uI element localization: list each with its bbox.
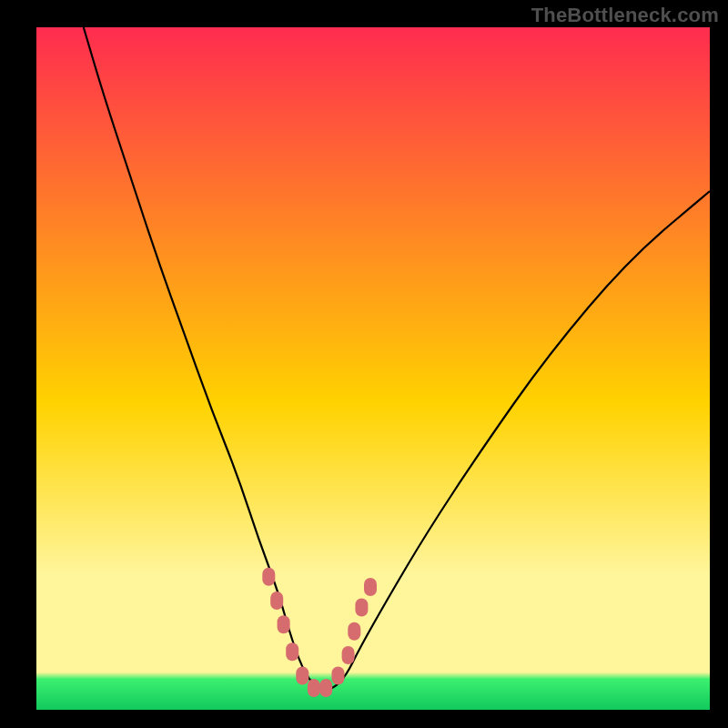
curve-marker: [319, 679, 332, 697]
curve-marker: [364, 578, 377, 596]
gradient-panel: [36, 27, 710, 710]
curve-marker: [286, 642, 298, 661]
curve-marker: [270, 592, 283, 610]
watermark-text: TheBottleneck.com: [531, 4, 719, 27]
curve-marker: [296, 667, 308, 685]
bottleneck-plot: [0, 0, 728, 728]
curve-marker: [332, 667, 345, 685]
curve-marker: [342, 646, 355, 664]
curve-marker: [262, 568, 275, 586]
curve-marker: [348, 622, 360, 641]
curve-marker: [308, 679, 320, 697]
curve-marker: [278, 615, 290, 633]
chart-stage: TheBottleneck.com: [0, 0, 728, 728]
curve-marker: [355, 599, 368, 617]
